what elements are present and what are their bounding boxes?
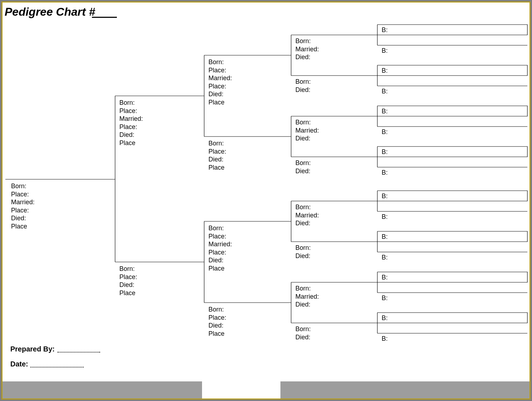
date-blank[interactable] [30, 367, 84, 367]
page-title: Pedigree Chart # [5, 5, 95, 19]
gen4-person-3[interactable]: Born: Married: Died: [295, 118, 319, 143]
pedigree-chart: Pedigree Chart # Born: Place: Married: P… [2, 2, 530, 399]
gen4-person-1[interactable]: Born: Married: Died: [295, 37, 319, 61]
gen5-b2[interactable]: B: [382, 47, 388, 55]
prepared-by-blank[interactable] [57, 352, 100, 353]
gen2-person-1[interactable]: Born: Place: Married: Place: Died: Place [119, 99, 143, 147]
chart-lines [2, 2, 530, 399]
gen5-b5[interactable]: B: [382, 107, 388, 115]
gen3-person-4[interactable]: Born: Place: Died: Place [208, 305, 226, 338]
gen5-b1[interactable]: B: [382, 26, 388, 34]
chart-number-blank[interactable] [92, 17, 117, 18]
gen5-b12[interactable]: B: [382, 253, 388, 262]
gen3-person-1[interactable]: Born: Place: Married: Place: Died: Place [208, 58, 232, 106]
gen4-person-7[interactable]: Born: Married: Died: [295, 284, 319, 309]
pedigree-chart-frame: Pedigree Chart # Born: Place: Married: P… [1, 1, 531, 400]
gen5-b11[interactable]: B: [382, 233, 388, 241]
gen5-b14[interactable]: B: [382, 294, 388, 302]
gen5-b8[interactable]: B: [382, 169, 388, 177]
date-label: Date: [10, 360, 28, 368]
gen3-person-2[interactable]: Born: Place: Died: Place [208, 139, 226, 171]
gen5-b4[interactable]: B: [382, 87, 388, 96]
gen4-person-4[interactable]: Born: Died: [295, 159, 311, 175]
gen5-b16[interactable]: B: [382, 335, 388, 343]
gen5-b3[interactable]: B: [382, 67, 388, 75]
gen4-person-8[interactable]: Born: Died: [295, 325, 311, 341]
footer-decoration [2, 381, 530, 399]
prepared-by-label: Prepared By: [10, 345, 55, 353]
gen5-b9[interactable]: B: [382, 192, 388, 200]
gen5-b13[interactable]: B: [382, 273, 388, 282]
gen5-b10[interactable]: B: [382, 213, 388, 221]
gen4-person-5[interactable]: Born: Married: Died: [295, 203, 319, 227]
gen3-person-3[interactable]: Born: Place: Married: Place: Died: Place [208, 224, 232, 272]
gen1-person-1[interactable]: Born: Place: Married: Place: Died: Place [11, 182, 35, 230]
gen5-b15[interactable]: B: [382, 314, 388, 322]
gen4-person-2[interactable]: Born: Died: [295, 78, 311, 94]
gen4-person-6[interactable]: Born: Died: [295, 244, 311, 260]
gen2-person-2[interactable]: Born: Place: Died: Place [119, 265, 137, 297]
gen5-b7[interactable]: B: [382, 148, 388, 156]
gen5-b6[interactable]: B: [382, 128, 388, 136]
